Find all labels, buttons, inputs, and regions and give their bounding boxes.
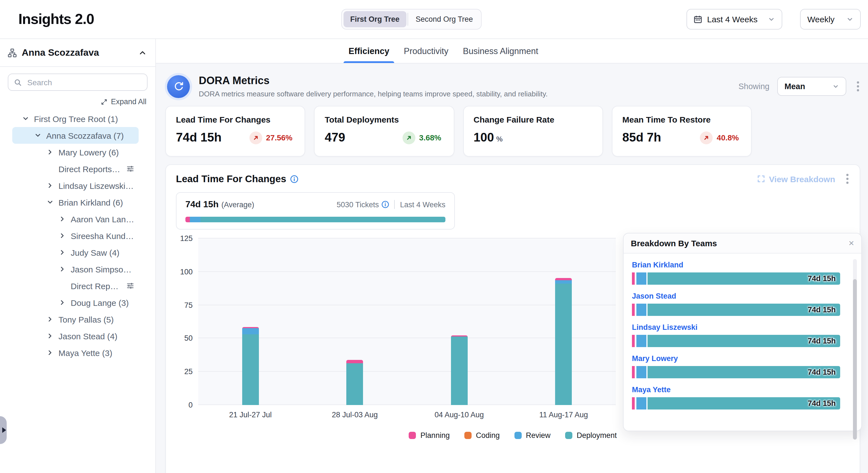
metric-card-value: 74d 15h	[176, 130, 222, 145]
org-tree-toggle-option[interactable]: First Org Tree	[343, 11, 406, 27]
bar-segment-deployment	[347, 363, 363, 405]
team-name-link[interactable]: Mary Lowery	[632, 354, 840, 363]
team-value: 74d 15h	[808, 274, 836, 283]
team-name-link[interactable]: Brian Kirkland	[632, 261, 840, 269]
chevron-down-icon[interactable]	[22, 115, 29, 122]
breakdown-header: Breakdown By Teams ×	[624, 233, 861, 254]
chevron-right-icon[interactable]	[47, 316, 54, 323]
sidebar-tree-item[interactable]: Judy Saw (4)	[12, 244, 138, 261]
sidebar-tree-item[interactable]: Aaron Van Langen...	[12, 211, 138, 227]
trend-badge: 40.8%	[700, 131, 739, 144]
trend-percentage: 27.56%	[266, 133, 292, 142]
app-title: Insights 2.0	[19, 10, 94, 28]
info-icon[interactable]	[382, 201, 390, 208]
team-bar-deployment: 74d 15h	[648, 304, 840, 316]
sidebar-tree-item[interactable]: Sireesha Kunduri (7)	[12, 227, 138, 244]
date-range-select[interactable]: Last 4 Weeks	[686, 9, 782, 30]
chevron-down-icon[interactable]	[47, 199, 54, 206]
tabs-bar: EfficiencyProductivityBusiness Alignment	[156, 39, 868, 63]
sidebar-body: Expand All First Org Tree Root (1)Anna S…	[0, 67, 155, 361]
chevron-down-icon[interactable]	[34, 132, 41, 139]
chart-legend: PlanningCodingReviewDeployment	[176, 431, 849, 440]
lead-time-menu-button[interactable]	[845, 173, 849, 185]
team-bar-planning	[632, 335, 635, 347]
chevron-right-icon[interactable]	[47, 333, 54, 339]
tree-item-label: Judy Saw (4)	[71, 248, 119, 257]
filter-sliders-icon[interactable]	[126, 165, 134, 173]
team-name-link[interactable]: Maya Yette	[632, 386, 840, 394]
team-value: 74d 15h	[808, 399, 836, 408]
tab-business-alignment[interactable]: Business Alignment	[463, 39, 538, 63]
trend-percentage: 3.68%	[419, 133, 441, 142]
tree-item-label: Brian Kirkland (6)	[58, 198, 123, 207]
info-icon[interactable]	[290, 175, 299, 183]
distribution-segment-deployment	[200, 217, 445, 222]
sidebar-tree-item[interactable]: Direct Reports ...	[12, 277, 138, 294]
chevron-right-icon[interactable]	[59, 216, 66, 222]
chevron-right-icon[interactable]	[59, 266, 66, 272]
dora-titles: DORA Metrics DORA metrics measure softwa…	[199, 75, 548, 98]
chevron-down-icon	[846, 16, 854, 23]
showing-label: Showing	[739, 82, 770, 91]
tree-item-label: First Org Tree Root (1)	[34, 114, 118, 123]
legend-label: Review	[526, 431, 551, 440]
search-input[interactable]	[26, 77, 142, 87]
tree-item-label: Anna Scozzafava (7)	[46, 131, 124, 140]
sidebar-tree-item[interactable]: Direct Reports of A...	[12, 160, 138, 177]
sidebar-tree-item[interactable]: Anna Scozzafava (7)	[12, 127, 138, 144]
bar-segment-planning	[555, 278, 572, 280]
chevron-right-icon[interactable]	[47, 349, 54, 356]
sidebar-tree-item[interactable]: Jason Simpson (7)	[12, 261, 138, 277]
sidebar-tree-item[interactable]: Lindsay Liszewski (8)	[12, 177, 138, 194]
sidebar-collapse-handle[interactable]	[0, 416, 7, 444]
chevron-right-icon[interactable]	[59, 299, 66, 306]
team-bar-planning	[632, 366, 635, 378]
sidebar-tree-item[interactable]: Doug Lange (3)	[12, 294, 138, 311]
legend-item-coding: Coding	[464, 431, 500, 440]
metric-card-title: Total Deployments	[325, 115, 444, 124]
bar-segment-review	[242, 328, 259, 334]
sidebar-tree-item[interactable]: First Org Tree Root (1)	[12, 110, 138, 127]
team-row: Mary Lowery74d 15h	[632, 354, 840, 378]
team-bar-deployment: 74d 15h	[648, 366, 840, 378]
sidebar-tree-item[interactable]: Mary Lowery (6)	[12, 144, 138, 160]
close-icon[interactable]: ×	[848, 238, 854, 248]
lead-time-header: Lead Time For Changes View Breakdown	[176, 173, 849, 185]
dora-menu-button[interactable]	[856, 80, 860, 92]
sidebar-tree-item[interactable]: Jason Stead (4)	[12, 328, 138, 344]
chart-bar-group	[198, 238, 303, 405]
metric-card: Lead Time For Changes74d 15h27.56%	[165, 106, 305, 156]
team-row: Maya Yette74d 15h	[632, 386, 840, 410]
team-name-link[interactable]: Lindsay Liszewski	[632, 323, 840, 331]
tree-item-label: Tony Pallas (5)	[58, 315, 114, 324]
team-row: Brian Kirkland74d 15h	[632, 261, 840, 285]
team-value: 74d 15h	[808, 337, 836, 345]
team-value: 74d 15h	[808, 305, 836, 314]
chevron-right-icon[interactable]	[59, 232, 66, 239]
scrollbar-thumb[interactable]	[853, 279, 857, 440]
granularity-select[interactable]: Weekly	[800, 9, 861, 30]
tab-productivity[interactable]: Productivity	[404, 39, 448, 63]
expand-icon	[101, 98, 107, 105]
chevron-right-icon[interactable]	[59, 249, 66, 256]
filter-sliders-icon[interactable]	[126, 282, 134, 290]
chevron-right-icon[interactable]	[47, 149, 54, 155]
sidebar-tree-item[interactable]: Brian Kirkland (6)	[12, 194, 138, 211]
legend-label: Deployment	[577, 431, 617, 440]
expand-all-button[interactable]: Expand All	[9, 97, 147, 106]
team-name-link[interactable]: Jason Stead	[632, 292, 840, 300]
x-axis-tick-label: 04 Aug-10 Aug	[407, 411, 512, 419]
chevron-up-icon[interactable]	[138, 49, 147, 57]
tab-efficiency[interactable]: Efficiency	[348, 39, 389, 63]
chevron-right-icon[interactable]	[47, 182, 54, 189]
sidebar-tree-item[interactable]: Maya Yette (3)	[12, 344, 138, 361]
team-bar-review	[637, 304, 646, 316]
view-breakdown-button[interactable]: View Breakdown	[757, 174, 835, 184]
sidebar-tree-item[interactable]: Tony Pallas (5)	[12, 311, 138, 328]
team-bar: 74d 15h	[632, 366, 840, 378]
aggregation-select[interactable]: Mean	[777, 77, 846, 96]
bar-segment-deployment	[242, 334, 259, 405]
chart-x-axis: 21 Jul-27 Jul28 Jul-03 Aug04 Aug-10 Aug1…	[198, 411, 616, 419]
metric-card-title: Change Failure Rate	[473, 115, 592, 124]
org-tree-toggle-option[interactable]: Second Org Tree	[409, 11, 479, 27]
